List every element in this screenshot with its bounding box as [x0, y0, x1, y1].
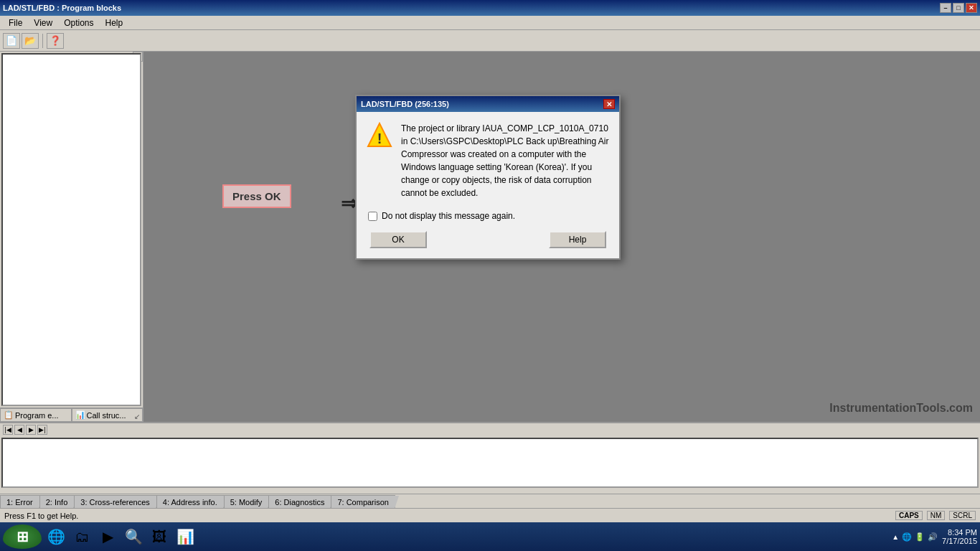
scrl-indicator: SCRL	[949, 511, 976, 520]
clock-date: 7/17/2015	[942, 537, 977, 545]
tray-up-arrow[interactable]: ▲	[892, 533, 899, 541]
status-indicators: CAPS NM SCRL	[895, 511, 976, 520]
dialog-message-row: ! The project or library IAUA_COMP_LCP_1…	[367, 122, 609, 199]
tab-cross-references[interactable]: 3: Cross-references	[74, 495, 156, 508]
taskbar-ie-icon[interactable]: 🌐	[44, 525, 67, 548]
title-bar-controls: – □ ✕	[940, 3, 977, 13]
panel-tabs: 📋 Program e... 📊 Call struc...	[0, 408, 143, 422]
tab-error[interactable]: 1: Error	[0, 495, 39, 508]
no-display-label: Do not display this message again.	[382, 211, 515, 221]
taskbar-app-icon[interactable]: 📊	[174, 525, 197, 548]
scroll-last-button[interactable]: ▶|	[37, 425, 47, 435]
left-panel: ✕ ↙ 📋 Program e... 📊 Call struc...	[0, 52, 143, 422]
menu-help[interactable]: Help	[100, 17, 129, 29]
taskbar-left: ⊞ 🌐 🗂 ▶ 🔍 🖼 📊	[3, 524, 197, 549]
main-wrapper: ✕ ↙ 📋 Program e... 📊 Call struc... Instr…	[0, 52, 980, 422]
menu-options[interactable]: Options	[58, 17, 99, 29]
program-editor-icon: 📋	[4, 410, 14, 420]
nm-indicator: NM	[927, 511, 946, 520]
tray-network-icon: 🌐	[902, 532, 912, 542]
status-bar: Press F1 to get Help. CAPS NM SCRL	[0, 508, 980, 522]
clock[interactable]: 8:34 PM 7/17/2015	[942, 528, 977, 545]
windows-logo: ⊞	[17, 528, 29, 545]
bottom-panel: |◀ ◀ ▶ ▶|	[0, 422, 980, 494]
warning-icon: !	[367, 122, 392, 148]
dialog-close-button[interactable]: ✕	[603, 99, 615, 109]
menu-view[interactable]: View	[28, 17, 58, 29]
minimize-button[interactable]: –	[940, 3, 951, 13]
ok-button[interactable]: OK	[369, 231, 427, 248]
dialog-body: ! The project or library IAUA_COMP_LCP_1…	[357, 112, 619, 258]
no-display-checkbox[interactable]	[368, 212, 377, 221]
panel-content	[1, 53, 141, 406]
scroll-prev-button[interactable]: ◀	[14, 425, 24, 435]
close-button[interactable]: ✕	[966, 3, 977, 13]
title-bar: LAD/STL/FBD : Program blocks – □ ✕	[0, 0, 980, 16]
call-structure-icon: 📊	[75, 410, 85, 420]
open-button[interactable]: 📂	[22, 33, 39, 49]
menu-bar: File View Options Help	[0, 16, 980, 30]
tab-info[interactable]: 2: Info	[39, 495, 75, 508]
app-title: LAD/STL/FBD : Program blocks	[3, 4, 121, 12]
scroll-first-button[interactable]: |◀	[3, 425, 13, 435]
taskbar-photo-icon[interactable]: 🖼	[148, 525, 171, 548]
menu-file[interactable]: File	[3, 17, 28, 29]
taskbar-media-icon[interactable]: ▶	[96, 525, 119, 548]
maximize-button[interactable]: □	[953, 3, 964, 13]
scroll-next-button[interactable]: ▶	[26, 425, 36, 435]
tray-volume-icon: 🔊	[928, 532, 938, 542]
toolbar: 📄 📂 ❓	[0, 30, 980, 52]
dialog-title-bar: LAD/STL/FBD (256:135) ✕	[357, 96, 619, 112]
bottom-panel-content	[1, 438, 979, 488]
tab-program-editor[interactable]: 📋 Program e...	[0, 408, 72, 422]
taskbar-explorer-icon[interactable]: 🗂	[70, 525, 93, 548]
toolbar-separator	[42, 34, 43, 48]
tab-modify[interactable]: 5: Modify	[224, 495, 269, 508]
start-button[interactable]: ⊞	[3, 524, 42, 549]
clock-time: 8:34 PM	[942, 528, 977, 537]
press-ok-text: Press OK	[232, 190, 281, 202]
program-editor-label: Program e...	[15, 411, 59, 420]
watermark: InstrumentationTools.com	[829, 402, 973, 415]
bottom-scroll-controls: |◀ ◀ ▶ ▶|	[0, 423, 980, 436]
dialog-checkbox-row: Do not display this message again.	[367, 211, 609, 221]
taskbar-search-icon[interactable]: 🔍	[122, 525, 145, 548]
dialog-buttons: OK Help	[367, 231, 609, 248]
tray-battery-icon: 🔋	[915, 532, 925, 542]
svg-text:!: !	[377, 131, 382, 146]
tab-address-info[interactable]: 4: Address info.	[156, 495, 224, 508]
press-ok-annotation: Press OK	[222, 184, 291, 208]
call-structure-label: Call struc...	[87, 411, 126, 420]
dialog-message-text: The project or library IAUA_COMP_LCP_101…	[401, 122, 609, 199]
dialog-title-text: LAD/STL/FBD (256:135)	[361, 100, 449, 108]
tabs-bar: 1: Error 2: Info 3: Cross-references 4: …	[0, 494, 980, 508]
tab-diagnostics[interactable]: 6: Diagnostics	[268, 495, 331, 508]
caps-indicator: CAPS	[895, 511, 923, 520]
help-button[interactable]: Help	[549, 231, 606, 248]
tab-comparison[interactable]: 7: Comparison	[331, 495, 395, 508]
taskbar: ⊞ 🌐 🗂 ▶ 🔍 🖼 📊 ▲ 🌐 🔋 🔊 8:34 PM 7/17/2015	[0, 522, 980, 551]
tray-icons: ▲ 🌐 🔋 🔊	[892, 532, 938, 542]
help-button[interactable]: ❓	[47, 33, 64, 49]
status-message: Press F1 to get Help.	[4, 512, 78, 520]
content-area: InstrumentationTools.com Press OK ⇒ LAD/…	[143, 52, 980, 422]
taskbar-right: ▲ 🌐 🔋 🔊 8:34 PM 7/17/2015	[892, 528, 977, 545]
new-button[interactable]: 📄	[3, 33, 20, 49]
resize-handle[interactable]: ↙	[131, 410, 143, 422]
dialog: LAD/STL/FBD (256:135) ✕ ! The project or…	[355, 95, 621, 260]
